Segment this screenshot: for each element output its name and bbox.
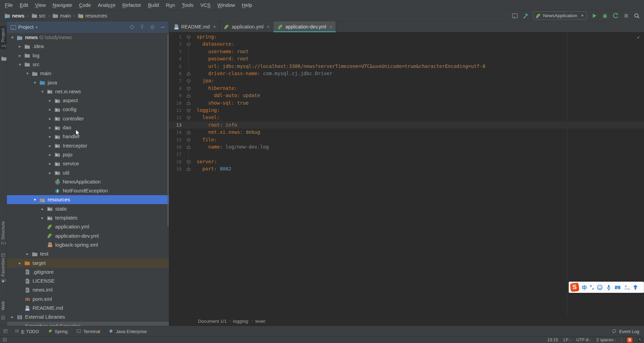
tree-row-util[interactable]: ▸util	[7, 168, 169, 177]
code-line-4[interactable]: 4 password: root	[169, 55, 644, 62]
editor-tab-application.yml[interactable]: application.yml×	[220, 21, 273, 32]
menu-analyze[interactable]: Analyze	[95, 0, 119, 10]
code-line-9[interactable]: 9 ddl-auto: update	[169, 92, 644, 99]
tree-row-aspect[interactable]: ▸aspect	[7, 96, 169, 105]
chevron-down-icon[interactable]: ▾	[36, 25, 37, 29]
chevron-right-icon[interactable]: ▸	[48, 107, 52, 112]
menu-run[interactable]: Run	[162, 0, 178, 10]
keyboard-icon[interactable]	[615, 284, 621, 291]
tree-row-Interceptor[interactable]: ▸Interceptor	[7, 141, 169, 150]
chevron-down-icon[interactable]: ▾	[25, 71, 30, 76]
menu-code[interactable]: Code	[76, 0, 95, 10]
chevron-right-icon[interactable]: ▸	[48, 161, 52, 166]
tree-row-news.iml[interactable]: news.iml	[7, 285, 169, 294]
fold-collapse-icon[interactable]	[186, 108, 191, 113]
tree-row-target[interactable]: ▸target	[7, 259, 169, 268]
tree-row-logback-spring.xml[interactable]: logback-spring.xml	[7, 240, 169, 249]
menu-tools[interactable]: Tools	[178, 0, 197, 10]
tree-row-main[interactable]: ▾main	[7, 69, 169, 78]
indent-widget[interactable]: 2 spaces↕	[596, 338, 616, 342]
chevron-right-icon[interactable]: ▸	[10, 315, 15, 319]
code-line-8[interactable]: 8 hibernate:	[169, 85, 644, 92]
menu-view[interactable]: View	[32, 0, 49, 10]
tree-row-static[interactable]: ▸static	[7, 204, 169, 213]
toolwindow-button-java-enterprise[interactable]: EJava Enterprise	[109, 329, 147, 334]
hide-icon[interactable]	[160, 24, 165, 30]
chevron-right-icon[interactable]: ▸	[17, 44, 22, 49]
stripe-button-project[interactable]: 1: Project	[0, 26, 6, 49]
coverage-icon[interactable]	[612, 13, 619, 19]
close-icon[interactable]: ×	[267, 24, 270, 29]
code-line-12[interactable]: 12 level:	[169, 114, 644, 121]
tree-row-pojo[interactable]: ▸pojo	[7, 150, 169, 159]
tree-row-service[interactable]: ▸service	[7, 159, 169, 168]
tree-row-net.xi.news[interactable]: ▾net.xi.news	[7, 87, 169, 96]
fold-end-icon[interactable]	[186, 166, 191, 171]
run-icon[interactable]	[591, 13, 597, 19]
fold-collapse-icon[interactable]	[186, 159, 191, 164]
collapse-all-icon[interactable]	[139, 24, 145, 30]
chinese-mode-icon[interactable]: 中	[582, 284, 587, 291]
tree-row-NewsApplication[interactable]: NewsApplication	[7, 177, 169, 186]
tree-row-application.yml[interactable]: application.yml	[7, 222, 169, 231]
stripe-button-2-favorites[interactable]: 2: Favorites	[1, 258, 5, 282]
chevron-down-icon[interactable]: ▾	[40, 89, 45, 94]
code-line-6[interactable]: 6 driver-class-name: com.mysql.cj.jdbc.D…	[169, 70, 644, 77]
tree-row-application-dev.yml[interactable]: application-dev.yml	[7, 232, 169, 240]
run-configuration-combo[interactable]: NewsApplication▼	[533, 11, 587, 20]
line-ending-widget[interactable]: LF↕	[564, 338, 571, 342]
fold-collapse-icon[interactable]	[186, 115, 191, 120]
tree-row-java[interactable]: ▾java	[7, 78, 169, 87]
project-panel-header[interactable]: Project ▾	[7, 21, 169, 33]
ime-mini-icon[interactable]	[638, 338, 643, 342]
code-line-7[interactable]: 7 jpa:	[169, 77, 644, 84]
chevron-right-icon[interactable]: ▸	[48, 125, 52, 130]
fold-end-icon[interactable]	[186, 71, 191, 76]
menu-vcs[interactable]: VCS	[197, 0, 214, 10]
chevron-down-icon[interactable]: ▾	[17, 62, 22, 67]
tree-row-.gitignore[interactable]: .gitignore	[7, 268, 169, 276]
profile-icon[interactable]: 16	[623, 284, 630, 291]
tree-row-dao[interactable]: ▸dao	[7, 123, 169, 132]
tree-row-.idea[interactable]: ▸.idea	[7, 42, 169, 51]
chevron-right-icon[interactable]: ▸	[40, 206, 45, 211]
tree-row-NotFoundException[interactable]: NotFoundException	[7, 186, 169, 195]
hammer-icon[interactable]	[522, 13, 529, 19]
chevron-down-icon[interactable]: ▾	[10, 35, 15, 40]
breadcrumb-item-resources[interactable]: resources	[77, 12, 108, 19]
toolwindow-icon[interactable]	[512, 13, 518, 19]
fold-end-icon[interactable]	[186, 130, 191, 134]
skin-icon[interactable]	[632, 284, 639, 291]
code-line-15[interactable]: 15 file:	[169, 136, 644, 143]
encoding-widget[interactable]: UTF-8↕	[577, 338, 591, 342]
editor-tab-application-dev.yml[interactable]: application-dev.yml×	[273, 21, 336, 32]
toolwindow-switcher-icon[interactable]	[3, 329, 8, 334]
code-line-3[interactable]: 3 username: root	[169, 48, 644, 55]
code-line-10[interactable]: 10 show-sql: true	[169, 99, 644, 107]
gear-icon[interactable]	[150, 24, 155, 30]
menu-help[interactable]: Help	[238, 0, 256, 10]
code-line-1[interactable]: 1spring:	[169, 33, 644, 40]
code-line-13[interactable]: 13 root: info	[169, 121, 644, 129]
toolwindow-button-terminal[interactable]: Terminal	[76, 329, 100, 334]
microphone-icon[interactable]	[606, 284, 612, 291]
code-line-17[interactable]: 17	[169, 151, 644, 158]
window-layout-icon[interactable]	[3, 338, 8, 342]
breadcrumb-item-main[interactable]: main	[51, 12, 72, 19]
chevron-right-icon[interactable]: ▸	[48, 143, 52, 148]
chevron-right-icon[interactable]: ▸	[48, 152, 52, 157]
locate-icon[interactable]	[129, 24, 135, 30]
breadcrumb-item-src[interactable]: src	[30, 12, 47, 19]
code-line-2[interactable]: 2 datasource:	[169, 40, 644, 48]
editor-breadcrumb-item[interactable]: logging:	[233, 319, 249, 324]
fold-end-icon[interactable]	[186, 93, 191, 98]
chevron-right-icon[interactable]: ▸	[17, 261, 22, 265]
menu-build[interactable]: Build	[145, 0, 162, 10]
fold-end-icon[interactable]	[186, 144, 191, 149]
menu-file[interactable]: File	[1, 0, 16, 10]
editor-tab-README.md[interactable]: MDREADME.md×	[169, 21, 220, 32]
code-line-16[interactable]: 16 name: log/new-dev.log	[169, 143, 644, 151]
tree-row-templates[interactable]: ▸templates	[7, 213, 169, 222]
fold-collapse-icon[interactable]	[186, 78, 191, 83]
sogou-logo[interactable]: S	[570, 283, 579, 292]
